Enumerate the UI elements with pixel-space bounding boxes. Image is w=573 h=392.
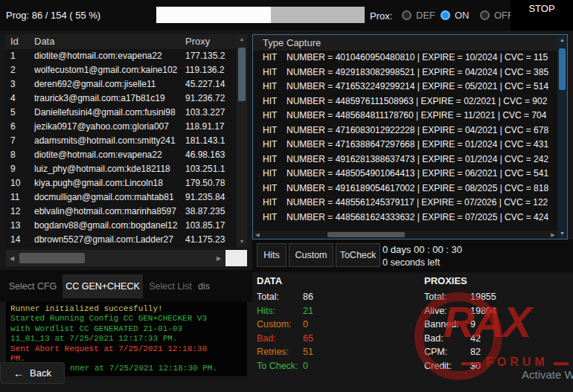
table-row[interactable]: 11docmulligan@gmail.com:mahtab8191.235.8… — [6, 190, 237, 205]
log-line: 11_01_13 at 7/25/2021 12:17:33 PM. — [10, 334, 243, 344]
stat-value: 19804 — [470, 306, 496, 316]
cell-data: luiz_phy@hotmail.com:kde182118 — [34, 162, 185, 176]
select-cfg-button[interactable]: Select CFG — [6, 274, 60, 298]
table-row[interactable]: HITNUMBER = 4010460950480810 | EXPIRE = … — [253, 51, 557, 65]
cell-proxy: 41.175.23 — [185, 233, 237, 247]
table-row[interactable]: HITNUMBER = 4485684811178760 | EXPIRE = … — [253, 109, 557, 123]
log-line: with Wordlist CC GENERATED 21-01-03 — [10, 324, 243, 334]
table-row[interactable]: 9luiz_phy@hotmail.com:kde182118103.251.1 — [6, 162, 237, 176]
dis-button[interactable]: dis — [198, 274, 223, 298]
log-line: Sent Abort Request at 7/25/2021 12:18:30 — [10, 344, 243, 354]
cell-proxy: 181.143.1 — [185, 134, 237, 148]
capture-grid-header: Type Capture — [253, 35, 557, 51]
scroll-right-icon[interactable]: ▶ — [213, 255, 225, 262]
table-row[interactable]: HITNUMBER = 4916281388637473 | EXPIRE = … — [253, 152, 557, 167]
prox-option-def[interactable]: DEF — [402, 10, 435, 21]
cell-capture: NUMBER = 4010460950480810 | EXPIRE = 10/… — [286, 51, 557, 65]
cell-capture: NUMBER = 4485054901064413 | EXPIRE = 06/… — [286, 167, 557, 181]
table-row[interactable]: 14dbrown5527@gmail.com:Ladder2741.175.23 — [6, 233, 237, 247]
cell-type: HIT — [253, 196, 286, 211]
timer-elapsed: 0 days 00 : 00 : 30 — [382, 244, 462, 255]
scroll-up-icon[interactable]: ▲ — [560, 35, 565, 45]
table-row[interactable]: HITNUMBER = 4916189054617002 | EXPIRE = … — [253, 181, 557, 196]
table-row[interactable]: 12eblvalin@hotmail.com:marinha859738.87.… — [6, 205, 237, 219]
tab-hits[interactable]: Hits — [257, 243, 286, 267]
scroll-left-icon[interactable]: ◀ — [253, 232, 262, 238]
cc-gen-check-button[interactable]: CC GEN+CHECK — [63, 274, 143, 298]
scroll-down-icon[interactable]: ▼ — [560, 228, 565, 239]
log-line: Runner initialized succesfully! — [10, 304, 243, 314]
scroll-right-icon[interactable]: ▶ — [548, 232, 557, 238]
table-row[interactable]: HITNUMBER = 4716532249299214 | EXPIRE = … — [253, 80, 557, 94]
scrollbar-thumb[interactable] — [19, 253, 85, 263]
scrollbar-thumb[interactable] — [327, 232, 405, 237]
back-button[interactable]: ← Back — [0, 362, 65, 384]
table-row[interactable]: HITNUMBER = 4485976111508963 | EXPIRE = … — [253, 94, 557, 109]
table-row[interactable]: 2wolfecustom1@gmail.com:kaine102119.136.… — [6, 63, 237, 77]
scroll-left-icon[interactable]: ◀ — [6, 255, 18, 262]
table-row[interactable]: HITNUMBER = 4485561245379117 | EXPIRE = … — [253, 196, 557, 211]
cell-id: 12 — [6, 205, 34, 219]
capture-grid-vertical-scrollbar[interactable]: ▲ ▼ — [557, 35, 567, 239]
stat-value: 19855 — [470, 292, 496, 302]
stat-label: Bad: — [257, 332, 303, 346]
column-header-proxy[interactable]: Proxy — [185, 34, 237, 49]
table-row[interactable]: 4traurick3@gmail.com:a17b81c1991.236.72 — [6, 91, 237, 106]
back-button-label: Back — [30, 367, 51, 379]
capture-grid-horizontal-scrollbar[interactable]: ◀ ▶ — [253, 231, 557, 239]
cell-capture: NUMBER = 4716532249299214 | EXPIRE = 05/… — [286, 80, 557, 94]
cell-id: 5 — [6, 106, 34, 120]
table-row[interactable]: HITNUMBER = 4716388647297668 | EXPIRE = … — [253, 138, 557, 152]
prox-option-on[interactable]: ON — [441, 10, 470, 21]
column-header-type[interactable]: Type — [253, 35, 286, 51]
stop-button[interactable]: STOP — [510, 0, 573, 30]
prox-label: Prox: — [370, 10, 392, 22]
table-row[interactable]: 5Daniellefusini4@gmail.com:fusini98103.3… — [6, 106, 237, 120]
top-bar: Prog: 86 / 154 ( 55 %) Prox: DEF ON OFF … — [0, 0, 573, 30]
table-row[interactable]: 8diotite@hotmail.com:evapena2246.98.163 — [6, 148, 237, 162]
table-row[interactable]: HITNUMBER = 4485054901064413 | EXPIRE = … — [253, 167, 557, 181]
scroll-up-icon[interactable]: ▲ — [240, 34, 245, 45]
cell-capture: NUMBER = 4916281388637473 | EXPIRE = 01/… — [286, 152, 557, 167]
table-row[interactable]: 10kiya.pugh@gmail.com:Lincoln18179.50.78 — [6, 176, 237, 190]
column-header-data[interactable]: Data — [34, 34, 185, 49]
data-grid-horizontal-scrollbar[interactable]: ◀ ▶ — [6, 250, 225, 266]
scrollbar-thumb[interactable] — [559, 48, 566, 90]
progress-label: Prog: 86 / 154 ( 55 %) — [6, 10, 100, 21]
column-header-capture[interactable]: Capture — [286, 35, 557, 51]
cell-data: Daniellefusini4@gmail.com:fusini98 — [34, 106, 185, 120]
tab-custom[interactable]: Custom — [289, 243, 333, 267]
tab-tocheck[interactable]: ToCheck — [336, 243, 380, 267]
stat-label: Alive: — [424, 304, 470, 318]
stat-value: 86 — [303, 292, 313, 302]
scrollbar-thumb[interactable] — [238, 48, 246, 101]
log-line: Started Running Config CC GEN+CHECKER V3 — [10, 314, 243, 324]
radio-icon — [402, 10, 412, 20]
table-row[interactable]: 6jezika0917@yahoo.com:gloria007118.91.17 — [6, 120, 237, 134]
scrollbar-corner-box — [225, 250, 247, 266]
cell-proxy: 103.251.1 — [185, 162, 237, 176]
stat-row: To Check:0 — [257, 359, 313, 373]
data-grid-vertical-scrollbar[interactable]: ▲ ▼ — [237, 34, 247, 247]
table-row[interactable]: 1diotite@hotmail.com:evapena22177.135.2 — [6, 49, 237, 63]
table-row[interactable]: HITNUMBER = 4716083012922228 | EXPIRE = … — [253, 123, 557, 138]
table-row[interactable]: 13bogdanv88@gmail.com:bogdanel12103.85.1… — [6, 219, 237, 233]
cell-proxy: 45.227.14 — [185, 77, 237, 91]
table-row[interactable]: HITNUMBER = 4929183082998521 | EXPIRE = … — [253, 65, 557, 80]
stat-value: 82 — [470, 347, 481, 357]
wordlist-data-grid: Id Data Proxy 1diotite@hotmail.com:evape… — [6, 34, 247, 247]
table-row[interactable]: 3deren692@gmail.com:jiselle1145.227.14 — [6, 77, 237, 91]
prox-option-off[interactable]: OFF — [480, 10, 513, 21]
select-list-button[interactable]: Select List — [146, 274, 195, 298]
table-row[interactable]: 7adamsmits@hotmail.com:smitty241181.143.… — [6, 134, 237, 148]
table-row[interactable]: HITNUMBER = 4485681624333632 | EXPIRE = … — [253, 211, 557, 225]
stat-label: Credit: — [424, 359, 470, 373]
stat-label: Retries: — [257, 345, 303, 359]
cell-data: eblvalin@hotmail.com:marinha8597 — [34, 205, 185, 219]
column-header-id[interactable]: Id — [6, 34, 34, 49]
back-arrow-icon: ← — [13, 367, 24, 379]
stat-row: Custom:0 — [257, 318, 313, 332]
cell-proxy: 177.135.2 — [185, 49, 237, 63]
cell-id: 3 — [6, 77, 34, 91]
scroll-down-icon[interactable]: ▼ — [240, 237, 245, 247]
